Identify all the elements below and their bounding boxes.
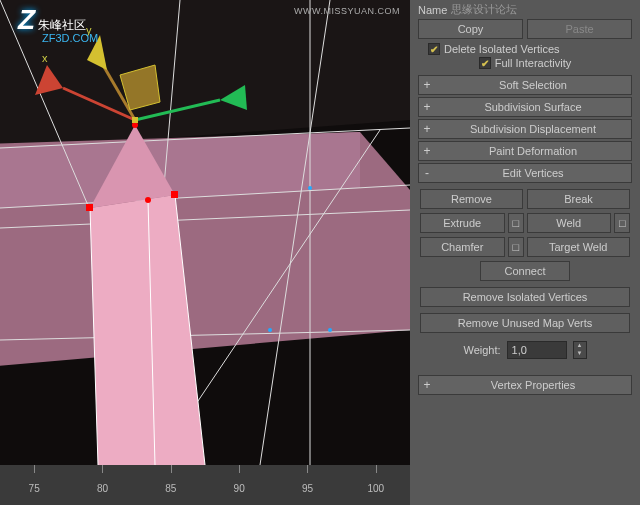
svg-point-22 [268, 328, 272, 332]
rollout-soft-selection[interactable]: + Soft Selection [418, 75, 632, 95]
top-right-watermark: WWW.MISSYUAN.COM [294, 6, 400, 16]
chamfer-button[interactable]: Chamfer [420, 237, 505, 257]
remove-button[interactable]: Remove [420, 189, 523, 209]
timeline-tick: 75 [0, 465, 68, 494]
chamfer-settings-button[interactable]: □ [508, 237, 524, 257]
extrude-settings-button[interactable]: □ [508, 213, 524, 233]
target-weld-button[interactable]: Target Weld [527, 237, 631, 257]
weld-button[interactable]: Weld [527, 213, 612, 233]
svg-point-19 [145, 197, 151, 203]
rollout-title: Vertex Properties [435, 379, 631, 391]
full-interactivity-label: Full Interactivity [495, 57, 571, 69]
edit-vertices-body: Remove Break Extrude □ Weld □ Chamfer □ … [418, 185, 632, 365]
rollout-title: Soft Selection [435, 79, 631, 91]
break-button[interactable]: Break [527, 189, 630, 209]
viewport-svg [0, 0, 410, 465]
logo-watermark: Z 朱峰社区 ZF3D.COM [18, 14, 98, 45]
rollout-paint-deformation[interactable]: + Paint Deformation [418, 141, 632, 161]
copy-button[interactable]: Copy [418, 19, 523, 39]
delete-isolated-checkbox[interactable]: ✔ [428, 43, 440, 55]
svg-marker-29 [220, 85, 247, 110]
svg-rect-18 [171, 191, 178, 198]
rollout-subdivision-displacement[interactable]: + Subdivision Displacement [418, 119, 632, 139]
svg-marker-27 [35, 65, 63, 95]
svg-point-23 [328, 328, 332, 332]
connect-button[interactable]: Connect [480, 261, 570, 281]
remove-isolated-button[interactable]: Remove Isolated Vertices [420, 287, 630, 307]
svg-rect-17 [86, 204, 93, 211]
timeline-tick: 95 [273, 465, 341, 494]
rollout-vertex-properties[interactable]: + Vertex Properties [418, 375, 632, 395]
svg-rect-31 [132, 117, 138, 123]
expand-icon: + [419, 78, 435, 92]
collapse-icon: - [419, 166, 435, 180]
rollout-title: Subdivision Displacement [435, 123, 631, 135]
timeline-tick: 100 [342, 465, 410, 494]
weight-input[interactable] [507, 341, 567, 359]
weight-spinner[interactable]: ▲▼ [573, 341, 587, 359]
extrude-button[interactable]: Extrude [420, 213, 505, 233]
expand-icon: + [419, 122, 435, 136]
expand-icon: + [419, 100, 435, 114]
svg-point-21 [308, 186, 312, 190]
expand-icon: + [419, 378, 435, 392]
viewport[interactable] [0, 0, 410, 465]
timeline-tick: 90 [205, 465, 273, 494]
command-panel: Name 思缘设计论坛 Copy Paste ✔ Delete Isolated… [410, 0, 640, 505]
timeline[interactable]: 75 80 85 90 95 100 [0, 465, 410, 505]
expand-icon: + [419, 144, 435, 158]
paste-button[interactable]: Paste [527, 19, 632, 39]
weight-label: Weight: [463, 344, 500, 356]
name-label: Name [418, 4, 447, 16]
remove-unused-map-button[interactable]: Remove Unused Map Verts [420, 313, 630, 333]
full-interactivity-checkbox[interactable]: ✔ [479, 57, 491, 69]
rollout-title: Edit Vertices [435, 167, 631, 179]
rollout-edit-vertices[interactable]: - Edit Vertices [418, 163, 632, 183]
axis-label-x: x [42, 52, 48, 64]
timeline-tick: 85 [137, 465, 205, 494]
rollout-title: Subdivision Surface [435, 101, 631, 113]
rollout-title: Paint Deformation [435, 145, 631, 157]
delete-isolated-label: Delete Isolated Vertices [444, 43, 560, 55]
center-watermark: 思缘设计论坛 [451, 2, 517, 17]
rollout-subdivision-surface[interactable]: + Subdivision Surface [418, 97, 632, 117]
timeline-tick: 80 [68, 465, 136, 494]
weld-settings-button[interactable]: □ [614, 213, 630, 233]
